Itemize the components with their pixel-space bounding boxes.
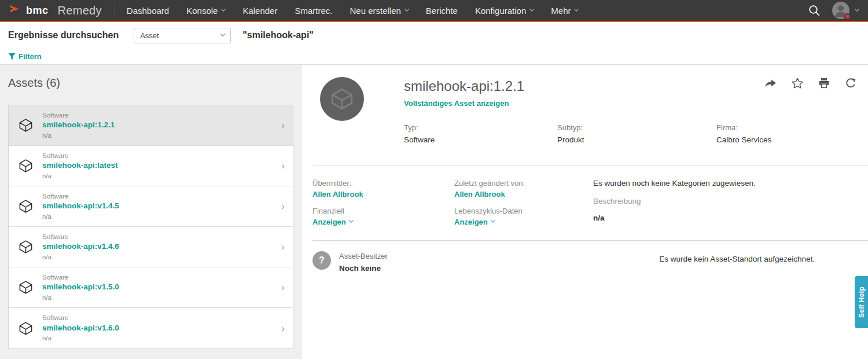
select-chevron-down-icon: [220, 31, 225, 36]
nav-item-konsole[interactable]: Konsole: [186, 6, 225, 16]
content-area: Assets (6) Software smilehook-api:1.2.1 …: [0, 65, 868, 359]
asset-list-item[interactable]: Software smilehook-api:v1.4.5 n/a ›: [9, 186, 293, 227]
modified-by-link[interactable]: Allen Allbrook: [454, 190, 505, 199]
owner-section: ? Asset-Besitzer Noch keine Es wurde kei…: [302, 241, 868, 274]
nav-item-neu-erstellen[interactable]: Neu erstellen: [350, 6, 408, 16]
asset-item-text: Software smilehook-api:v1.4.6 n/a: [42, 233, 119, 262]
asset-name[interactable]: smilehook-api:v1.4.5: [42, 201, 119, 211]
asset-list-item[interactable]: Software smilehook-api:v1.6.0 n/a ›: [9, 308, 293, 348]
self-help-tab[interactable]: Self Help: [855, 276, 868, 328]
asset-type-select[interactable]: Asset: [134, 28, 231, 43]
asset-meta: n/a: [42, 334, 119, 342]
asset-meta: n/a: [42, 293, 119, 302]
printer-icon: [817, 76, 831, 90]
filter-funnel-icon: [8, 53, 16, 60]
detail-info-section: Übermittler: Allen Allbrook Finanziell A…: [302, 166, 868, 240]
asset-list-item[interactable]: Software smilehook-api:v1.5.0 n/a ›: [9, 267, 293, 308]
asset-title: smilehook-api:1.2.1: [404, 78, 771, 94]
description-value: n/a: [593, 214, 756, 222]
asset-type-select-value: Asset: [140, 31, 159, 40]
info-column-modified: Zuletzt geändert von: Allen Allbrook Leb…: [454, 179, 593, 226]
bmc-remedy-logo[interactable]: bmc Remedy: [9, 4, 102, 17]
nav-item-label: Smartrec.: [295, 6, 332, 16]
financial-label: Finanziell: [312, 207, 454, 215]
user-menu-chevron-down-icon[interactable]: [855, 6, 859, 11]
search-icon: [808, 4, 821, 17]
financial-show-link[interactable]: Anzeigen: [312, 218, 353, 226]
owner-value: Noch keine: [339, 263, 388, 274]
asset-list-item[interactable]: Software smilehook-api:v1.4.6 n/a ›: [9, 227, 293, 267]
bmc-logo-icon: [9, 4, 23, 17]
field-label: Typ:: [404, 123, 557, 133]
top-navigation-bar: bmc Remedy DashboardKonsoleKalenderSmart…: [0, 0, 868, 22]
asset-item-text: Software smilehook-api:1.2.1 n/a: [42, 111, 115, 140]
asset-category: Software: [42, 192, 119, 200]
field-label: Firma:: [716, 123, 771, 133]
self-help-label: Self Help: [858, 286, 866, 318]
main-nav: DashboardKonsoleKalenderSmartrec.Neu ers…: [127, 0, 596, 21]
asset-meta: n/a: [42, 131, 115, 139]
field-subtyp: Subtyp: Produkt: [557, 123, 716, 145]
asset-name[interactable]: smilehook-api:v1.5.0: [42, 282, 119, 292]
no-location-text: Es wurde kein Asset-Standort aufgezeichn…: [659, 251, 815, 263]
nav-item-label: Mehr: [551, 6, 571, 16]
asset-category: Software: [42, 111, 115, 119]
asset-detail-panel: smilehook-api:1.2.1 Vollständiges Asset …: [302, 65, 868, 359]
asset-type-badge: [320, 77, 364, 121]
nav-item-label: Konfiguration: [475, 6, 526, 16]
asset-item-text: Software smilehook-api:v1.5.0 n/a: [42, 273, 119, 302]
asset-list: Software smilehook-api:1.2.1 n/a › Softw…: [8, 105, 293, 349]
view-full-asset-link[interactable]: Vollständiges Asset anzeigen: [404, 99, 771, 108]
chevron-down-icon: [404, 6, 409, 11]
asset-name[interactable]: smilehook-api:v1.6.0: [42, 324, 119, 333]
nav-item-mehr[interactable]: Mehr: [551, 6, 578, 16]
filter-button[interactable]: Filtern: [8, 52, 42, 61]
chevron-right-icon: ›: [281, 120, 285, 130]
favorite-button[interactable]: [790, 76, 804, 90]
results-heading: Assets (6): [8, 76, 293, 90]
asset-list-item[interactable]: Software smilehook-api:1.2.1 n/a ›: [9, 105, 293, 146]
chevron-down-icon: [491, 218, 495, 223]
product-text: Remedy: [58, 4, 102, 17]
owner-text: Asset-Besitzer Noch keine: [339, 251, 388, 274]
chevron-right-icon: ›: [281, 242, 285, 252]
nav-item-berichte[interactable]: Berichte: [426, 6, 458, 16]
detail-action-toolbar: [751, 76, 858, 90]
lifecycle-show-label: Anzeigen: [454, 218, 488, 226]
info-column-submitter: Übermittler: Allen Allbrook Finanziell A…: [312, 179, 454, 226]
nav-item-smartrec[interactable]: Smartrec.: [295, 6, 332, 16]
refresh-button[interactable]: [844, 76, 858, 90]
search-query-text: "smilehook-api": [242, 30, 314, 41]
asset-meta: n/a: [42, 212, 119, 221]
submitter-link[interactable]: Allen Allbrook: [312, 190, 363, 199]
no-categories-text: Es wurden noch keine Kategorien zugewies…: [593, 179, 756, 188]
chevron-right-icon: ›: [281, 282, 285, 292]
filter-label: Filtern: [19, 52, 42, 61]
user-menu[interactable]: [832, 2, 849, 19]
asset-name[interactable]: smilehook-api:1.2.1: [42, 120, 115, 130]
info-column-categories: Es wurden noch keine Kategorien zugewies…: [593, 179, 756, 226]
print-button[interactable]: [817, 76, 831, 90]
detail-fields: Typ: Software Subtyp: Produkt Firma: Cal…: [404, 123, 771, 145]
nav-item-konfiguration[interactable]: Konfiguration: [475, 6, 534, 16]
asset-name[interactable]: smilehook-api:v1.4.6: [42, 242, 119, 252]
chevron-down-icon: [349, 218, 354, 223]
notification-dot: [844, 13, 851, 20]
asset-name[interactable]: smilehook-api:latest: [42, 161, 118, 171]
field-value: Calbro Services: [716, 135, 771, 145]
nav-item-label: Berichte: [426, 6, 458, 16]
asset-list-item[interactable]: Software smilehook-api:latest n/a ›: [9, 146, 293, 186]
submitter-label: Übermittler:: [312, 179, 454, 188]
lifecycle-show-link[interactable]: Anzeigen: [454, 218, 495, 226]
search-results-title: Ergebnisse durchsuchen: [8, 30, 119, 41]
nav-item-dashboard[interactable]: Dashboard: [127, 6, 169, 16]
field-value: Software: [404, 135, 557, 145]
nav-item-kalender[interactable]: Kalender: [242, 6, 277, 16]
share-arrow-icon: [764, 76, 778, 90]
field-value: Produkt: [557, 135, 716, 145]
chevron-down-icon: [529, 6, 534, 11]
asset-item-text: Software smilehook-api:latest n/a: [42, 152, 118, 181]
refresh-icon: [844, 76, 858, 90]
share-button[interactable]: [764, 76, 778, 90]
global-search-button[interactable]: [808, 4, 821, 17]
